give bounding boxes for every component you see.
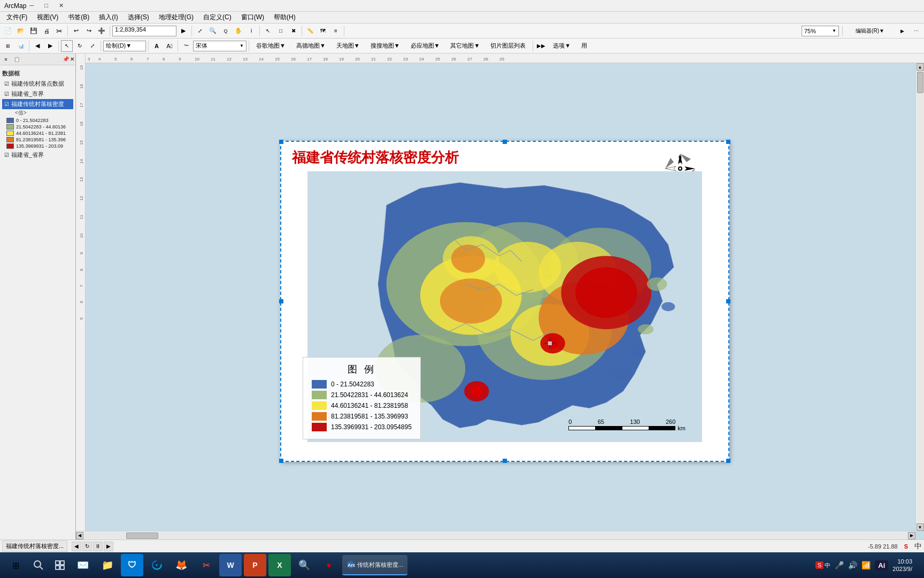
menu-geoprocessing[interactable]: 地理处理(G) [155,12,198,23]
taskbar-record[interactable]: ● [318,554,340,576]
options-btn[interactable]: 选项▼ [548,40,575,52]
save-button[interactable]: 💾 [28,25,40,37]
taskbar-store[interactable]: 🛡 [121,554,143,576]
v-scrollbar[interactable]: ▲ ▼ [915,63,924,531]
layout-button[interactable]: 🗺 [317,25,329,37]
search-button[interactable] [29,556,48,575]
scroll-track-v[interactable] [917,71,924,523]
taskbar-edge[interactable] [145,554,168,576]
time-display[interactable]: 10:03 2023/9/ [892,558,912,573]
app-btn[interactable]: 用 [576,40,592,52]
menu-view[interactable]: 视图(V) [33,12,63,23]
spline-btn[interactable]: 〜 [180,40,192,52]
scroll-right-btn[interactable]: ▶ [908,532,915,539]
layer-checkbox-city[interactable]: ☑ [4,91,9,97]
tray-mic-icon[interactable]: 🎤 [835,561,844,569]
zoom-in-button[interactable]: 🔍 [207,25,219,37]
pan-right-btn[interactable]: ▶ [44,40,56,52]
zoom-out-button[interactable]: Q [220,25,232,37]
task-view-button[interactable] [50,556,70,575]
tray-network-icon[interactable]: 📶 [861,561,871,569]
google-maps-btn[interactable]: 谷歌地图▼ [251,40,290,52]
taskbar-excel[interactable]: X [268,554,291,576]
scroll-track-h[interactable] [83,532,908,539]
undo-button[interactable]: ↩ [70,25,82,37]
bottom-nav-refresh[interactable]: ↻ [82,542,92,551]
scroll-left-btn[interactable]: ◀ [76,532,83,539]
layer-checkbox-province[interactable]: ☑ [4,152,9,158]
tianditu-btn[interactable]: 天地图▼ [332,40,365,52]
editor-dropdown[interactable]: 编辑器(R)▼ [846,25,894,37]
measure-button[interactable]: 📏 [304,25,316,37]
zoom-full-button[interactable]: ⤢ [194,25,206,37]
bottom-nav-pause[interactable]: ⏸ [93,542,103,551]
bing-maps-btn[interactable]: 必应地图▼ [406,40,445,52]
other-maps-btn[interactable]: 其它地图▼ [445,40,484,52]
frame-handle-br[interactable] [726,459,730,463]
gaode-maps-btn[interactable]: 高德地图▼ [291,40,330,52]
frame-handle-tl[interactable] [279,140,283,144]
scroll-up-btn[interactable]: ▲ [917,63,924,71]
select-features-button[interactable]: ↖ [262,25,274,37]
scale-input[interactable]: 1:2,839,354 [112,26,176,36]
select-btn[interactable]: ↖ [61,40,73,52]
layer-item-city[interactable]: ☑ 福建省_市界 [2,89,73,99]
new-button[interactable]: 📄 [2,25,14,37]
sousou-maps-btn[interactable]: 搜搜地图▼ [366,40,405,52]
minimize-button[interactable]: ─ [26,2,37,9]
go-to-scale-button[interactable]: ▶ [178,25,189,37]
select-by-rect-button[interactable]: □ [275,25,287,37]
taskbar-mail[interactable]: ✉️ [72,554,94,576]
menu-customize[interactable]: 自定义(C) [199,12,236,23]
taskbar-search[interactable]: 🔍 [293,554,315,576]
taskbar-ai-button[interactable]: Ai [875,560,888,571]
start-button[interactable]: ⊞ [4,554,27,576]
scroll-down-btn[interactable]: ▼ [917,523,924,531]
map-area[interactable]: 3 4 5 6 7 8 9 10 11 12 13 14 15 16 17 18 [76,54,924,539]
menu-insert[interactable]: 插入(I) [95,12,122,23]
pan-button[interactable]: ✋ [233,25,244,37]
font-dropdown[interactable]: 宋体 ▼ [193,41,247,51]
scroll-thumb-v[interactable] [917,72,923,93]
layer-item-province[interactable]: ☑ 福建省_省界 [2,150,73,160]
add-data-button[interactable]: ➕ [96,25,107,37]
redo-button[interactable]: ↪ [83,25,95,37]
print-button[interactable]: 🖨 [41,25,52,37]
menu-help[interactable]: 帮助(H) [270,12,300,23]
bottom-nav-prev[interactable]: ◀ [72,542,81,551]
identify-button[interactable]: i [245,25,257,37]
open-button[interactable]: 📂 [15,25,27,37]
frame-handle-tr[interactable] [726,140,730,144]
layer-item-points[interactable]: ☑ 福建传统村落点数据 [2,79,73,89]
taskbar-active-arcmap[interactable]: Arc 传统村落核密度... [342,555,407,575]
menu-file[interactable]: 文件(F) [2,12,32,23]
taskbar-firefox[interactable]: 🦊 [170,554,192,576]
tile-layer-list-btn[interactable]: 切片图层列表 [486,40,530,52]
toc-source-btn[interactable]: 📋 [12,55,21,64]
frame-handle-bl[interactable] [279,459,283,463]
zoom-dropdown[interactable]: 75% ▼ [802,26,839,36]
more-tools-2[interactable]: ⋯ [910,25,922,37]
zoom-to-selected-btn[interactable]: ⤢ [87,40,98,52]
map-layout-frame[interactable]: 福建省传统村落核密度分析 [280,141,729,462]
ime-indicator[interactable]: S 中 [815,561,830,569]
layout-view-btn[interactable]: ⊞ [2,40,14,52]
taskbar-cut[interactable]: ✂ [195,554,217,576]
pan-left-btn[interactable]: ◀ [32,40,43,52]
layer-item-density[interactable]: ☑ 福建传统村落核密度 [2,99,73,109]
text-outline-btn[interactable]: A⃝ [164,40,175,52]
layer-button[interactable]: ≡ [330,25,342,37]
frame-handle-ml[interactable] [279,299,283,303]
text-btn[interactable]: A [151,40,163,52]
frame-handle-mr[interactable] [726,299,730,303]
bottom-layer-tab[interactable]: 福建传统村落核密度... [2,541,67,552]
taskbar-powerpoint[interactable]: P [244,554,266,576]
cut-button[interactable]: ✂ [53,25,65,37]
more-tools-1[interactable]: ▶ [896,25,908,37]
h-scrollbar[interactable]: ◀ ▶ [76,531,915,539]
some-arrow-btn[interactable]: ▶▶ [535,40,547,52]
menu-select[interactable]: 选择(S) [124,12,153,23]
clear-select-button[interactable]: ✖ [288,25,299,37]
draw-dropdown[interactable]: 绘制(D)▼ [103,41,146,51]
layer-checkbox-points[interactable]: ☑ [4,81,9,87]
